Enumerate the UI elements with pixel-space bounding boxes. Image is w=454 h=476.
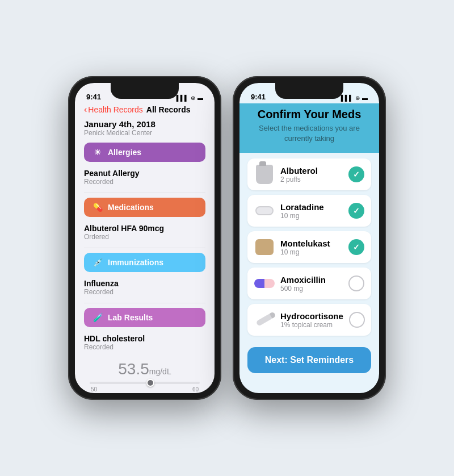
- lab-record[interactable]: HDL cholesterol Recorded: [84, 332, 205, 357]
- wifi-icon-2: ⊛: [355, 95, 360, 101]
- allergy-record[interactable]: Peanut Allergy Recorded: [84, 166, 205, 191]
- battery-icon: ▬: [197, 95, 203, 101]
- lab-number: 53.5: [118, 360, 149, 378]
- loratadine-name: Loratadine: [280, 202, 343, 212]
- allergies-icon: ✳: [92, 147, 103, 158]
- med-item-loratadine[interactable]: Loratadine 10 mg: [247, 195, 371, 227]
- loratadine-info: Loratadine 10 mg: [280, 202, 343, 220]
- facility-name: Penick Medical Center: [84, 129, 205, 137]
- med-item-amoxicillin[interactable]: Amoxicillin 500 mg: [247, 268, 371, 299]
- confirm-title: Confirm Your Meds: [249, 108, 370, 121]
- time-1: 9:41: [86, 85, 101, 101]
- medications-badge[interactable]: 💊 Medications: [84, 198, 205, 217]
- immunizations-icon: 💉: [92, 257, 103, 268]
- signal-icon-2: ▌▌▌: [341, 95, 353, 101]
- medication-record[interactable]: Albuterol HFA 90mcg Ordered: [84, 222, 205, 247]
- hydrocortisone-check[interactable]: [349, 312, 365, 328]
- tube-shape: [256, 314, 274, 327]
- allergy-name: Peanut Allergy: [84, 169, 205, 178]
- status-icons-2: ▌▌▌ ⊛ ▬: [341, 87, 368, 101]
- montelukast-dose: 10 mg: [280, 248, 343, 256]
- inhaler-shape: [256, 165, 273, 184]
- notch-2: [275, 83, 343, 99]
- slider-labels: 50 60: [90, 386, 200, 393]
- loratadine-icon: [254, 201, 275, 221]
- record-date: January 4th, 2018: [84, 119, 205, 129]
- lab-slider-track[interactable]: [90, 382, 200, 384]
- hydrocortisone-name: Hydrocortisone: [280, 311, 343, 321]
- divider-1: [84, 193, 205, 193]
- med-item-montelukast[interactable]: Montelukast 10 mg: [247, 231, 371, 263]
- phones-container: 9:41 ▌▌▌ ⊛ ▬ ‹ Health Records All Record…: [68, 76, 386, 400]
- albuterol-icon: [254, 164, 275, 185]
- back-button[interactable]: ‹ Health Records: [84, 105, 143, 115]
- lab-label: Lab Results: [108, 313, 153, 322]
- amoxicillin-check[interactable]: [348, 275, 364, 291]
- divider-2: [84, 248, 205, 248]
- med-item-albuterol[interactable]: Albuterol 2 puffs: [247, 158, 371, 190]
- allergies-badge[interactable]: ✳ Allergies: [84, 143, 205, 162]
- meds-list: Albuterol 2 puffs Loratadine 10 mg: [239, 153, 379, 341]
- loratadine-check[interactable]: [348, 203, 364, 219]
- lab-badge[interactable]: 🧪 Lab Results: [84, 308, 205, 327]
- signal-icon: ▌▌▌: [176, 95, 188, 101]
- battery-icon-2: ▬: [362, 95, 368, 101]
- medication-status: Ordered: [84, 233, 205, 241]
- pill-shape: [255, 206, 274, 215]
- records-content: January 4th, 2018 Penick Medical Center …: [75, 119, 215, 393]
- allergy-status: Recorded: [84, 178, 205, 186]
- nav-title: All Records: [146, 105, 191, 114]
- immunization-status: Recorded: [84, 288, 205, 296]
- notch: [111, 83, 179, 99]
- loratadine-dose: 10 mg: [280, 212, 343, 220]
- slider-max: 60: [192, 386, 199, 393]
- montelukast-info: Montelukast 10 mg: [280, 239, 343, 256]
- confirm-header: Confirm Your Meds Select the medications…: [239, 103, 379, 153]
- amoxicillin-dose: 500 mg: [280, 285, 343, 293]
- nav-bar: ‹ Health Records All Records: [75, 103, 215, 119]
- montelukast-shape: [255, 239, 274, 255]
- capsule-right: [264, 279, 275, 288]
- back-label: Health Records: [88, 105, 143, 114]
- medications-label: Medications: [108, 203, 154, 212]
- amoxicillin-info: Amoxicillin 500 mg: [280, 275, 343, 293]
- hydrocortisone-info: Hydrocortisone 1% topical cream: [280, 311, 343, 329]
- immunizations-badge[interactable]: 💉 Immunizations: [84, 253, 205, 272]
- albuterol-dose: 2 puffs: [280, 176, 343, 183]
- time-2: 9:41: [251, 85, 266, 101]
- date-section: January 4th, 2018 Penick Medical Center: [84, 119, 205, 137]
- albuterol-check[interactable]: [348, 166, 364, 182]
- allergies-label: Allergies: [108, 148, 141, 157]
- slider-thumb[interactable]: [146, 379, 154, 387]
- lab-value-display: 53.5mg/dL: [84, 357, 205, 382]
- slider-fill: [90, 382, 150, 384]
- slider-min: 50: [91, 386, 97, 393]
- medications-icon: 💊: [92, 202, 103, 213]
- lab-slider-container: 50 60: [84, 382, 205, 393]
- phone-confirm-meds: 9:41 ▌▌▌ ⊛ ▬ Confirm Your Meds Select th…: [233, 76, 386, 400]
- phone-health-records: 9:41 ▌▌▌ ⊛ ▬ ‹ Health Records All Record…: [68, 76, 221, 400]
- confirm-subtitle: Select the medications you are currently…: [249, 123, 370, 144]
- lab-icon: 🧪: [92, 312, 103, 323]
- immunization-name: Influenza: [84, 279, 205, 288]
- medication-name: Albuterol HFA 90mcg: [84, 224, 205, 233]
- montelukast-name: Montelukast: [280, 239, 343, 248]
- med-item-hydrocortisone[interactable]: Hydrocortisone 1% topical cream: [247, 304, 371, 336]
- montelukast-icon: [254, 237, 275, 257]
- lab-status: Recorded: [84, 343, 205, 351]
- wifi-icon: ⊛: [191, 95, 195, 101]
- status-icons-1: ▌▌▌ ⊛ ▬: [176, 87, 203, 101]
- immunization-record[interactable]: Influenza Recorded: [84, 277, 205, 302]
- montelukast-check[interactable]: [348, 239, 364, 255]
- albuterol-name: Albuterol: [280, 166, 343, 176]
- albuterol-info: Albuterol 2 puffs: [280, 166, 343, 183]
- amoxicillin-icon: [254, 273, 275, 294]
- divider-3: [84, 303, 205, 303]
- hydrocortisone-dose: 1% topical cream: [280, 321, 343, 329]
- next-button[interactable]: Next: Set Reminders: [247, 347, 371, 373]
- immunizations-label: Immunizations: [108, 258, 163, 267]
- chevron-left-icon: ‹: [84, 105, 87, 115]
- capsule-left: [254, 279, 264, 288]
- lab-unit: mg/dL: [149, 367, 171, 376]
- capsule-shape: [254, 279, 275, 288]
